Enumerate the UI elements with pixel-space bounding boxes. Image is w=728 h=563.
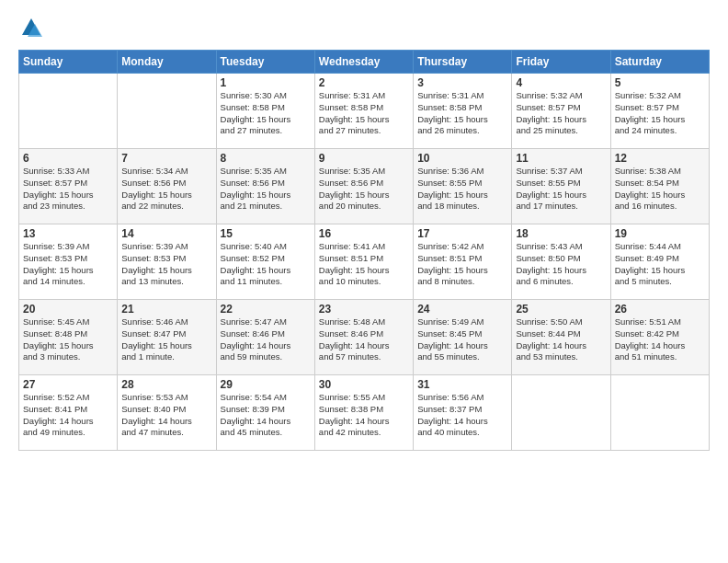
calendar-cell — [118, 74, 216, 149]
day-info: Sunrise: 5:44 AMSunset: 8:49 PMDaylight:… — [615, 241, 705, 288]
calendar-cell: 23Sunrise: 5:48 AMSunset: 8:46 PMDayligh… — [314, 300, 413, 375]
day-number: 17 — [417, 227, 507, 240]
weekday-header-wednesday: Wednesday — [314, 51, 413, 74]
day-info: Sunrise: 5:43 AMSunset: 8:50 PMDaylight:… — [516, 241, 606, 288]
day-info: Sunrise: 5:31 AMSunset: 8:58 PMDaylight:… — [417, 90, 507, 137]
day-info: Sunrise: 5:56 AMSunset: 8:37 PMDaylight:… — [417, 392, 507, 439]
day-number: 7 — [121, 152, 211, 165]
weekday-header-saturday: Saturday — [610, 51, 709, 74]
day-info: Sunrise: 5:42 AMSunset: 8:51 PMDaylight:… — [417, 241, 507, 288]
weekday-header-friday: Friday — [512, 51, 610, 74]
day-info: Sunrise: 5:37 AMSunset: 8:55 PMDaylight:… — [516, 166, 606, 213]
day-number: 5 — [615, 76, 705, 89]
calendar-cell: 25Sunrise: 5:50 AMSunset: 8:44 PMDayligh… — [512, 300, 610, 375]
calendar-cell — [19, 74, 118, 149]
day-info: Sunrise: 5:48 AMSunset: 8:46 PMDaylight:… — [319, 316, 409, 363]
day-info: Sunrise: 5:55 AMSunset: 8:38 PMDaylight:… — [319, 392, 409, 439]
day-info: Sunrise: 5:32 AMSunset: 8:57 PMDaylight:… — [615, 90, 705, 137]
header — [18, 15, 710, 40]
page: SundayMondayTuesdayWednesdayThursdayFrid… — [0, 0, 728, 563]
day-number: 31 — [417, 378, 507, 391]
day-info: Sunrise: 5:49 AMSunset: 8:45 PMDaylight:… — [417, 316, 507, 363]
calendar-cell: 15Sunrise: 5:40 AMSunset: 8:52 PMDayligh… — [216, 224, 314, 300]
calendar-cell: 18Sunrise: 5:43 AMSunset: 8:50 PMDayligh… — [512, 224, 610, 300]
day-info: Sunrise: 5:38 AMSunset: 8:54 PMDaylight:… — [615, 166, 705, 213]
calendar-cell — [512, 375, 610, 451]
day-info: Sunrise: 5:46 AMSunset: 8:47 PMDaylight:… — [121, 316, 211, 363]
day-number: 15 — [221, 227, 311, 240]
calendar-cell: 30Sunrise: 5:55 AMSunset: 8:38 PMDayligh… — [314, 375, 413, 451]
calendar-cell: 20Sunrise: 5:45 AMSunset: 8:48 PMDayligh… — [19, 300, 118, 375]
day-number: 9 — [319, 152, 409, 165]
week-row-5: 27Sunrise: 5:52 AMSunset: 8:41 PMDayligh… — [19, 375, 710, 451]
week-row-3: 13Sunrise: 5:39 AMSunset: 8:53 PMDayligh… — [19, 224, 710, 300]
weekday-header-tuesday: Tuesday — [216, 51, 314, 74]
weekday-header-monday: Monday — [118, 51, 216, 74]
day-number: 4 — [516, 76, 606, 89]
day-number: 27 — [23, 378, 113, 391]
day-info: Sunrise: 5:52 AMSunset: 8:41 PMDaylight:… — [23, 392, 113, 439]
day-number: 11 — [516, 152, 606, 165]
day-number: 22 — [221, 303, 311, 316]
calendar-cell: 29Sunrise: 5:54 AMSunset: 8:39 PMDayligh… — [216, 375, 314, 451]
calendar-cell: 21Sunrise: 5:46 AMSunset: 8:47 PMDayligh… — [118, 300, 216, 375]
calendar-cell: 7Sunrise: 5:34 AMSunset: 8:56 PMDaylight… — [118, 149, 216, 224]
day-number: 3 — [417, 76, 507, 89]
calendar-cell: 22Sunrise: 5:47 AMSunset: 8:46 PMDayligh… — [216, 300, 314, 375]
day-info: Sunrise: 5:31 AMSunset: 8:58 PMDaylight:… — [319, 90, 409, 137]
day-info: Sunrise: 5:35 AMSunset: 8:56 PMDaylight:… — [221, 166, 311, 213]
weekday-header-row: SundayMondayTuesdayWednesdayThursdayFrid… — [19, 51, 710, 74]
day-number: 2 — [319, 76, 409, 89]
day-number: 26 — [615, 303, 705, 316]
day-info: Sunrise: 5:32 AMSunset: 8:57 PMDaylight:… — [516, 90, 606, 137]
day-number: 28 — [121, 378, 211, 391]
day-number: 16 — [319, 227, 409, 240]
day-number: 29 — [221, 378, 311, 391]
calendar-cell: 19Sunrise: 5:44 AMSunset: 8:49 PMDayligh… — [610, 224, 709, 300]
day-info: Sunrise: 5:53 AMSunset: 8:40 PMDaylight:… — [121, 392, 211, 439]
day-info: Sunrise: 5:54 AMSunset: 8:39 PMDaylight:… — [221, 392, 311, 439]
calendar-cell: 11Sunrise: 5:37 AMSunset: 8:55 PMDayligh… — [512, 149, 610, 224]
day-info: Sunrise: 5:39 AMSunset: 8:53 PMDaylight:… — [121, 241, 211, 288]
day-number: 12 — [615, 152, 705, 165]
calendar-cell: 24Sunrise: 5:49 AMSunset: 8:45 PMDayligh… — [414, 300, 512, 375]
calendar-cell: 14Sunrise: 5:39 AMSunset: 8:53 PMDayligh… — [118, 224, 216, 300]
day-info: Sunrise: 5:39 AMSunset: 8:53 PMDaylight:… — [23, 241, 113, 288]
calendar-cell: 26Sunrise: 5:51 AMSunset: 8:42 PMDayligh… — [610, 300, 709, 375]
day-info: Sunrise: 5:34 AMSunset: 8:56 PMDaylight:… — [121, 166, 211, 213]
calendar-cell: 6Sunrise: 5:33 AMSunset: 8:57 PMDaylight… — [19, 149, 118, 224]
weekday-header-sunday: Sunday — [19, 51, 118, 74]
day-number: 1 — [221, 76, 311, 89]
day-info: Sunrise: 5:41 AMSunset: 8:51 PMDaylight:… — [319, 241, 409, 288]
day-number: 13 — [23, 227, 113, 240]
calendar-cell: 3Sunrise: 5:31 AMSunset: 8:58 PMDaylight… — [414, 74, 512, 149]
week-row-1: 1Sunrise: 5:30 AMSunset: 8:58 PMDaylight… — [19, 74, 710, 149]
day-number: 30 — [319, 378, 409, 391]
day-number: 19 — [615, 227, 705, 240]
day-info: Sunrise: 5:35 AMSunset: 8:56 PMDaylight:… — [319, 166, 409, 213]
day-number: 10 — [417, 152, 507, 165]
calendar-cell: 28Sunrise: 5:53 AMSunset: 8:40 PMDayligh… — [118, 375, 216, 451]
day-info: Sunrise: 5:33 AMSunset: 8:57 PMDaylight:… — [23, 166, 113, 213]
day-info: Sunrise: 5:45 AMSunset: 8:48 PMDaylight:… — [23, 316, 113, 363]
day-info: Sunrise: 5:47 AMSunset: 8:46 PMDaylight:… — [221, 316, 311, 363]
day-number: 18 — [516, 227, 606, 240]
calendar-cell — [610, 375, 709, 451]
calendar-cell: 4Sunrise: 5:32 AMSunset: 8:57 PMDaylight… — [512, 74, 610, 149]
day-info: Sunrise: 5:40 AMSunset: 8:52 PMDaylight:… — [221, 241, 311, 288]
day-info: Sunrise: 5:30 AMSunset: 8:58 PMDaylight:… — [221, 90, 311, 137]
week-row-4: 20Sunrise: 5:45 AMSunset: 8:48 PMDayligh… — [19, 300, 710, 375]
calendar: SundayMondayTuesdayWednesdayThursdayFrid… — [18, 50, 710, 451]
day-info: Sunrise: 5:36 AMSunset: 8:55 PMDaylight:… — [417, 166, 507, 213]
day-info: Sunrise: 5:50 AMSunset: 8:44 PMDaylight:… — [516, 316, 606, 363]
calendar-cell: 9Sunrise: 5:35 AMSunset: 8:56 PMDaylight… — [314, 149, 413, 224]
day-number: 8 — [221, 152, 311, 165]
calendar-cell: 13Sunrise: 5:39 AMSunset: 8:53 PMDayligh… — [19, 224, 118, 300]
calendar-cell: 12Sunrise: 5:38 AMSunset: 8:54 PMDayligh… — [610, 149, 709, 224]
day-number: 20 — [23, 303, 113, 316]
week-row-2: 6Sunrise: 5:33 AMSunset: 8:57 PMDaylight… — [19, 149, 710, 224]
calendar-cell: 5Sunrise: 5:32 AMSunset: 8:57 PMDaylight… — [610, 74, 709, 149]
day-number: 25 — [516, 303, 606, 316]
weekday-header-thursday: Thursday — [414, 51, 512, 74]
calendar-cell: 16Sunrise: 5:41 AMSunset: 8:51 PMDayligh… — [314, 224, 413, 300]
